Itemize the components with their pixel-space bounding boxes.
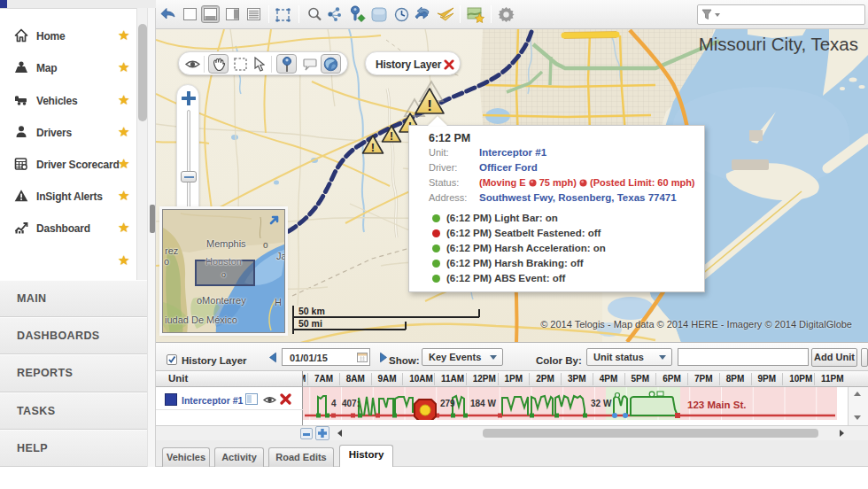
svg-text:4: 4 bbox=[331, 399, 337, 408]
svg-text:50 km: 50 km bbox=[298, 306, 325, 316]
svg-text:!: ! bbox=[427, 97, 432, 114]
svg-text:Missouri City, Texas: Missouri City, Texas bbox=[699, 34, 858, 54]
svg-text:32 W: 32 W bbox=[591, 399, 612, 408]
svg-text:© 2014 Telogis - Map data © 20: © 2014 Telogis - Map data © 2014 HERE - … bbox=[540, 319, 852, 330]
svg-text:50 mi: 50 mi bbox=[298, 318, 322, 329]
svg-text:!: ! bbox=[371, 141, 375, 154]
svg-text:279: 279 bbox=[440, 399, 455, 408]
svg-text:!: ! bbox=[390, 130, 393, 143]
svg-text:407:: 407: bbox=[342, 399, 360, 408]
svg-text:184 W: 184 W bbox=[470, 399, 496, 408]
svg-text:123 Main St.: 123 Main St. bbox=[687, 400, 746, 410]
